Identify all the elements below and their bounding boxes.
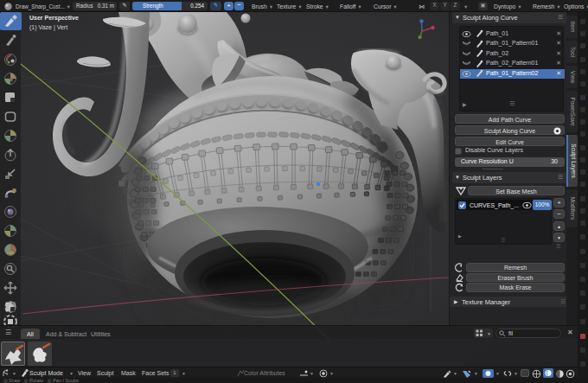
svg-text:User Perspective: User Perspective [29, 15, 79, 22]
svg-text:(1) Vaze | Vert: (1) Vaze | Vert [29, 24, 67, 31]
